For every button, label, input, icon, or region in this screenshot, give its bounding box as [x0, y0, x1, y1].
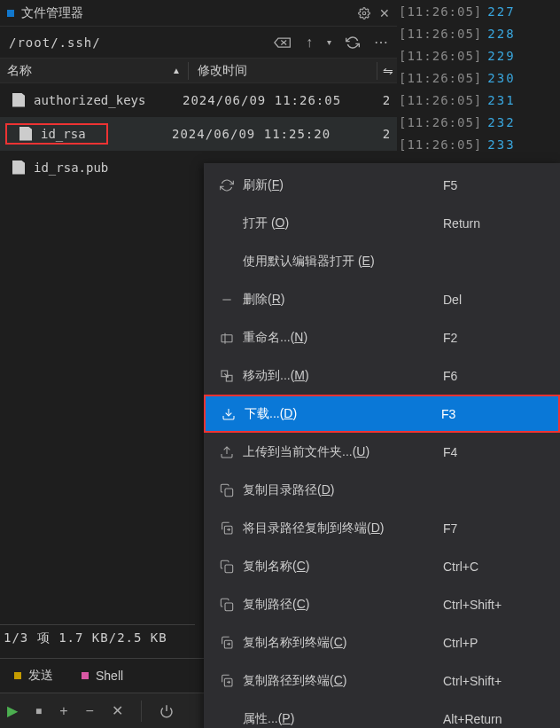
menu-item[interactable]: 将目录路径复制到终端(D)F7: [204, 509, 560, 547]
menu-item-label: 上传到当前文件夹...(U): [243, 444, 443, 460]
clear-path-icon[interactable]: [274, 36, 292, 49]
menu-item[interactable]: 删除(R)Del: [204, 280, 560, 318]
terminal-line-number: 231: [487, 93, 515, 107]
menu-item-label: 下载...(D): [245, 406, 441, 422]
menu-item[interactable]: 复制路径到终端(C)Ctrl+Shift+: [204, 661, 560, 700]
panel-title: 文件管理器: [21, 5, 358, 21]
terminal-timestamp: [11:26:05]: [399, 27, 482, 41]
file-extra-cell: 2: [376, 127, 397, 141]
terminal-line: [11:26:05]232: [399, 111, 560, 133]
menu-item-shortcut: Return: [443, 216, 553, 231]
file-name: id_rsa.pub: [34, 160, 108, 175]
minus-icon: [211, 293, 243, 307]
download-icon: [213, 407, 245, 421]
tab-shell[interactable]: Shell: [67, 659, 137, 693]
file-icon: [12, 93, 25, 107]
tab-indicator-icon: [14, 672, 21, 679]
moveto-icon: [211, 369, 243, 383]
up-arrow-icon[interactable]: ↑: [306, 35, 313, 51]
menu-item-label: 刷新(F): [243, 177, 443, 193]
menu-item-label: 复制名称(C): [243, 559, 443, 575]
close-icon[interactable]: ✕: [112, 702, 123, 719]
copyto-icon: [211, 521, 243, 536]
file-name: id_rsa: [41, 127, 86, 141]
chevron-down-icon[interactable]: ▾: [327, 37, 331, 47]
file-name: authorized_keys: [34, 93, 145, 107]
menu-item-shortcut: F4: [443, 445, 553, 459]
terminal-line: [11:26:05]227: [399, 0, 560, 22]
minus-icon[interactable]: −: [86, 703, 94, 719]
rename-icon: [211, 331, 243, 345]
menu-item[interactable]: 移动到...(M)F6: [204, 356, 560, 395]
terminal-line-number: 232: [487, 115, 515, 129]
terminal-line-number: 228: [487, 27, 515, 41]
menu-item[interactable]: 刷新(F)F5: [204, 166, 560, 204]
menu-item[interactable]: 复制目录路径(D): [204, 471, 560, 509]
upload-icon: [211, 445, 243, 459]
refresh-icon[interactable]: [346, 35, 360, 50]
path-bar: /root/.ssh/ ↑ ▾ ⋯: [0, 27, 397, 59]
menu-item-label: 删除(R): [243, 292, 443, 308]
file-mtime: 2024/06/09 11:25:20: [172, 127, 376, 141]
terminal-line-number: 233: [487, 137, 515, 152]
svg-rect-12: [225, 603, 233, 611]
play-icon[interactable]: ▶: [7, 702, 18, 719]
menu-item-label: 复制目录路径(D): [243, 482, 443, 498]
tab-indicator-icon: [82, 672, 89, 679]
panel-header: 文件管理器 ✕: [0, 0, 397, 27]
gear-icon[interactable]: [358, 7, 370, 20]
copyto-icon: [211, 674, 243, 688]
menu-item-shortcut: Alt+Return: [443, 712, 553, 726]
file-extra-cell: 2: [376, 93, 397, 107]
menu-item-shortcut: F2: [443, 331, 553, 345]
menu-item[interactable]: 属性...(P)Alt+Return: [204, 700, 560, 728]
menu-item-shortcut: F3: [441, 407, 551, 421]
column-extra-header[interactable]: ⇋: [379, 64, 397, 78]
terminal-timestamp: [11:26:05]: [399, 93, 482, 107]
terminal-timestamp: [11:26:05]: [399, 4, 482, 19]
file-icon: [12, 160, 25, 175]
terminal-timestamp: [11:26:05]: [399, 137, 482, 152]
menu-item-label: 移动到...(M): [243, 368, 443, 384]
current-path[interactable]: /root/.ssh/: [9, 35, 274, 50]
column-name-header[interactable]: 名称 ▲: [0, 63, 186, 79]
svg-point-0: [362, 12, 366, 15]
menu-item-label: 打开 (O): [243, 215, 443, 231]
menu-item[interactable]: 重命名...(N)F2: [204, 318, 560, 356]
menu-item-label: 重命名...(N): [243, 330, 443, 346]
menu-item-label: 复制路径到终端(C): [243, 673, 443, 689]
sort-arrow-icon: ▲: [172, 66, 181, 75]
menu-item-shortcut: Ctrl+Shift+: [443, 674, 553, 688]
menu-item[interactable]: 复制名称到终端(C)Ctrl+P: [204, 623, 560, 661]
menu-item-label: 使用默认编辑器打开 (E): [243, 254, 443, 270]
close-icon[interactable]: ✕: [379, 6, 390, 20]
copy-icon: [211, 598, 243, 612]
terminal-output: [11:26:05]227[11:26:05]228[11:26:05]229[…: [399, 0, 560, 160]
context-menu: 刷新(F)F5打开 (O)Return使用默认编辑器打开 (E)删除(R)Del…: [204, 163, 560, 728]
file-row[interactable]: authorized_keys2024/06/09 11:26:052: [0, 83, 397, 117]
menu-item-label: 属性...(P): [243, 711, 443, 727]
menu-item[interactable]: 上传到当前文件夹...(U)F4: [204, 433, 560, 471]
plus-icon[interactable]: +: [59, 703, 67, 719]
more-icon[interactable]: ⋯: [374, 34, 388, 51]
menu-item-shortcut: Del: [443, 293, 553, 307]
terminal-line: [11:26:05]228: [399, 22, 560, 44]
menu-item[interactable]: 打开 (O)Return: [204, 204, 560, 242]
stop-icon[interactable]: ■: [35, 705, 42, 717]
terminal-line: [11:26:05]229: [399, 44, 560, 67]
menu-item[interactable]: 复制名称(C)Ctrl+C: [204, 547, 560, 585]
refresh-icon: [211, 178, 243, 192]
menu-item[interactable]: 下载...(D)F3: [204, 395, 560, 433]
terminal-line: [11:26:05]230: [399, 67, 560, 89]
menu-item-shortcut: Ctrl+C: [443, 560, 553, 574]
file-row[interactable]: id_rsa2024/06/09 11:25:202: [0, 117, 397, 151]
tab-send[interactable]: 发送: [0, 659, 67, 693]
menu-item[interactable]: 复制路径(C)Ctrl+Shift+: [204, 585, 560, 623]
menu-item-shortcut: Ctrl+P: [443, 636, 553, 650]
terminal-line-number: 230: [487, 71, 515, 85]
menu-item[interactable]: 使用默认编辑器打开 (E): [204, 242, 560, 280]
menu-item-label: 复制名称到终端(C): [243, 635, 443, 651]
column-mtime-header[interactable]: 修改时间: [191, 63, 375, 79]
power-icon[interactable]: [159, 704, 174, 718]
file-icon: [19, 127, 32, 141]
